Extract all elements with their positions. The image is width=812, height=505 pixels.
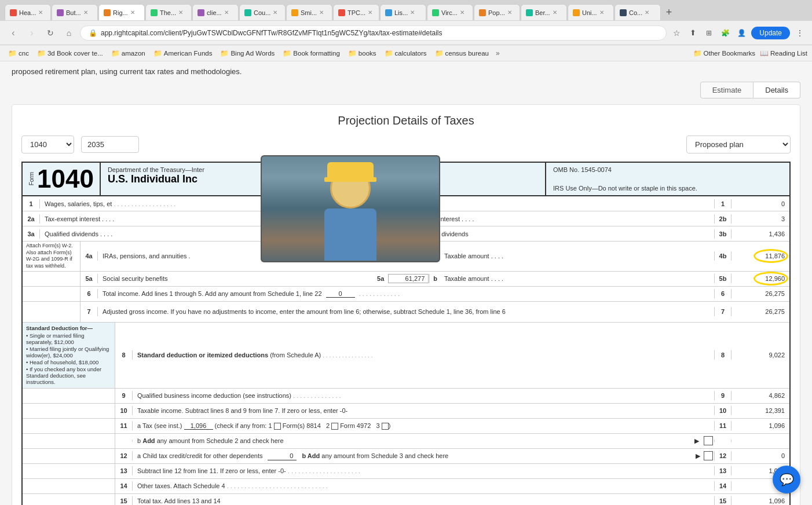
- page-content: proposed retirement plan, using current …: [0, 61, 812, 505]
- row-11b-num: [115, 440, 133, 442]
- bookmark-3d[interactable]: 📁 3d Book cover te...: [34, 48, 107, 58]
- tab-hc[interactable]: Hea... ✕: [5, 4, 51, 20]
- tab-ri[interactable]: Rig... ✕: [98, 4, 145, 20]
- bookmark-bing[interactable]: 📁 Bing Ad Words: [217, 48, 278, 58]
- row-12-spacer: [23, 449, 115, 463]
- other-bookmarks-link[interactable]: 📁 Other Bookmarks: [693, 49, 755, 57]
- bookmarks-more-icon[interactable]: »: [493, 48, 502, 58]
- row-5a-num: 5a: [81, 274, 98, 283]
- nav-forward-button[interactable]: ›: [24, 25, 39, 41]
- bookmark-bf-label: Book formatting: [293, 50, 340, 57]
- tab-po[interactable]: Pop... ✕: [474, 4, 520, 20]
- tab-th[interactable]: The... ✕: [145, 4, 192, 20]
- bookmark-icon[interactable]: ☆: [670, 27, 683, 39]
- tab-vi[interactable]: Virc... ✕: [427, 4, 473, 20]
- attach-note-text: Attach Form(s) W-2. Also attach Form(s) …: [26, 243, 76, 270]
- row-12-num: 12: [115, 451, 133, 460]
- tab-ss-label: Ber...: [535, 9, 550, 16]
- row-11b-checkbox[interactable]: [704, 436, 713, 445]
- profile-icon[interactable]: 👤: [735, 27, 748, 39]
- scroll-area[interactable]: proposed retirement plan, using current …: [0, 61, 812, 505]
- extensions-icon[interactable]: 🧩: [719, 27, 731, 39]
- details-tab[interactable]: Details: [754, 82, 800, 98]
- row-5a-val: 61,277: [388, 274, 429, 283]
- bookmark-census-icon: 📁: [435, 49, 444, 57]
- update-button[interactable]: Update: [751, 27, 790, 39]
- row-5b-label: Taxable amount . . . .: [441, 274, 714, 283]
- tab-co[interactable]: Cou... ✕: [239, 4, 286, 20]
- row-6-ref: 6: [714, 289, 731, 298]
- video-overlay: [261, 155, 440, 262]
- form-row-14: 14 Other taxes. Attach Schedule 4 . . . …: [23, 479, 789, 494]
- form-type-select[interactable]: 1040: [21, 136, 74, 153]
- tab-add-button[interactable]: +: [661, 5, 676, 20]
- view-tabs: Estimate Details: [12, 82, 800, 98]
- share-icon[interactable]: ⬆: [686, 27, 699, 39]
- form-row-12: 12 a Child tax credit/credit for other d…: [23, 449, 789, 464]
- row-3b-label: Ordinary dividends: [412, 229, 714, 239]
- bookmark-bing-icon: 📁: [220, 49, 229, 57]
- row-6-label: Total income. Add lines 1 through 5. Add…: [98, 289, 714, 299]
- row-2a-num: 2a: [23, 214, 40, 224]
- row-8-num: 8: [115, 350, 133, 360]
- tab-overview-icon[interactable]: ⊞: [703, 27, 715, 39]
- menu-icon[interactable]: ⋮: [793, 27, 806, 39]
- tab-ss[interactable]: Ber... ✕: [521, 4, 567, 20]
- bookmark-cnc[interactable]: 📁 cnc: [5, 48, 32, 58]
- row-4a-num: 4a: [81, 251, 98, 261]
- chat-button[interactable]: 💬: [773, 466, 800, 493]
- bookmark-books-icon: 📁: [348, 49, 357, 57]
- form-row-11a: 11 a Tax (see inst.) 1,096 (check if any…: [23, 419, 789, 434]
- row-14-label: Other taxes. Attach Schedule 4 . . . . .…: [133, 481, 714, 491]
- std-ded-title: Standard Deduction for—: [26, 325, 111, 331]
- row-15-label: Total tax. Add lines 13 and 14: [133, 496, 714, 505]
- video-placeholder: [262, 156, 439, 261]
- lock-icon: 🔒: [89, 29, 97, 37]
- row-10-ref: 10: [714, 406, 731, 415]
- bookmark-book-formatting[interactable]: 📁 Book formatting: [279, 48, 343, 58]
- row-9-val: 4,862: [731, 391, 789, 400]
- tab-un[interactable]: Uni... ✕: [568, 4, 614, 20]
- home-button[interactable]: ⌂: [61, 25, 76, 41]
- tab-li[interactable]: Lis... ✕: [380, 4, 426, 20]
- row-8-val: 9,022: [731, 350, 789, 360]
- row-12a-label: a Child tax credit/credit for other depe…: [133, 451, 267, 460]
- bookmark-books[interactable]: 📁 books: [345, 48, 380, 58]
- reload-button[interactable]: ↻: [43, 25, 58, 41]
- bookmark-calculators[interactable]: 📁 calculators: [381, 48, 430, 58]
- bookmark-census[interactable]: 📁 census bureau: [431, 48, 492, 58]
- row-9-num: 9: [115, 391, 133, 400]
- row-11a-ref: 11: [714, 421, 731, 430]
- row-12-val: 0: [731, 451, 789, 460]
- row-9-spacer: [23, 389, 115, 403]
- other-bookmarks-label: Other Bookmarks: [704, 50, 755, 57]
- tab-bu[interactable]: But... ✕: [52, 4, 98, 20]
- form-row-13: 13 Subtract line 12 from line 11. If zer…: [23, 464, 789, 479]
- row-1-val: 0: [731, 199, 789, 208]
- row-11b-spacer: [23, 434, 115, 448]
- circle-highlight-4b: [754, 249, 788, 263]
- year-input[interactable]: [81, 136, 139, 153]
- tab-cl[interactable]: clie... ✕: [192, 4, 239, 20]
- row-1-num: 1: [23, 199, 40, 208]
- bookmark-amazon[interactable]: 📁 amazon: [108, 48, 149, 58]
- estimate-tab[interactable]: Estimate: [700, 82, 754, 98]
- nav-back-button[interactable]: ‹: [6, 25, 21, 41]
- content-area: proposed retirement plan, using current …: [0, 61, 812, 505]
- tab-co2[interactable]: Co... ✕: [615, 4, 661, 20]
- url-bar[interactable]: 🔒 app.rightcapital.com/client/PyjuGwTSWC…: [80, 25, 667, 41]
- plan-select[interactable]: Proposed plan: [686, 136, 791, 153]
- video-person-hat-brim: [324, 177, 376, 182]
- row-5a-label: Social security benefits: [98, 274, 374, 283]
- reading-list-link[interactable]: 📖 Reading List: [760, 49, 807, 57]
- row-4-attach-note: Attach Form(s) W-2. Also attach Form(s) …: [23, 241, 81, 271]
- bookmark-bing-label: Bing Ad Words: [231, 50, 275, 57]
- row-7-label: Adjusted gross income. If you have no ad…: [98, 307, 714, 316]
- tab-tp[interactable]: TPC... ✕: [333, 4, 379, 20]
- tab-sm[interactable]: Smi... ✕: [286, 4, 332, 20]
- bookmark-3d-label: 3d Book cover te...: [47, 50, 103, 57]
- form-row-8: Standard Deduction for— • Single or marr…: [23, 323, 789, 389]
- row-12b-checkbox[interactable]: [704, 451, 713, 460]
- plan-select-wrap: Proposed plan: [686, 136, 791, 153]
- bookmark-american-funds[interactable]: 📁 American Funds: [150, 48, 216, 58]
